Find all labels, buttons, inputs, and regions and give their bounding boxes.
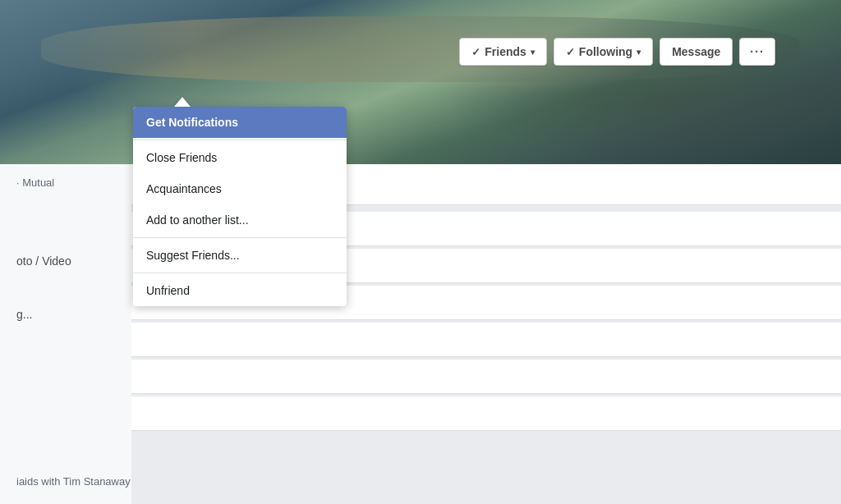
following-button[interactable]: ✓ Following ▾ [554,38,653,66]
friends-dropdown: Get NotificationsClose FriendsAcquaintan… [133,97,347,306]
following-check-icon: ✓ [566,46,575,58]
mutual-label: · Mutual [16,176,54,189]
friends-check-icon: ✓ [471,46,480,58]
more-button-label: ··· [750,45,765,58]
bottom-text: iaids with Tim Stanaway [16,475,131,488]
divider-divider-2 [133,237,347,238]
dropdown-arrow [174,97,191,107]
following-arrow-icon: ▾ [636,48,641,57]
photo-video-label: oto / Video [16,254,71,268]
profile-area: · Mutual oto / Video g... [0,164,841,504]
message-button[interactable]: Message [659,38,733,66]
action-bar: ✓ Friends ▾ ✓ Following ▾ Message ··· [459,38,775,66]
friends-button-label: Friends [485,45,526,58]
dropdown-item-acquaintances[interactable]: Acquaintances [133,173,347,204]
dropdown-menu: Get NotificationsClose FriendsAcquaintan… [133,107,347,306]
friends-arrow-icon: ▾ [531,48,535,57]
friends-button[interactable]: ✓ Friends ▾ [459,38,547,66]
divider-divider-3 [133,273,347,273]
cover-photo [0,0,841,164]
dropdown-item-close-friends[interactable]: Close Friends [133,142,347,173]
message-button-label: Message [672,45,720,58]
divider-divider-1 [133,140,347,140]
typing-label: g... [16,308,32,321]
dropdown-item-add-to-list[interactable]: Add to another list... [133,204,347,236]
dropdown-item-suggest-friends[interactable]: Suggest Friends... [133,240,347,271]
following-button-label: Following [579,45,632,58]
dropdown-item-unfriend[interactable]: Unfriend [133,275,347,306]
more-button[interactable]: ··· [739,38,775,66]
dropdown-item-get-notifications[interactable]: Get Notifications [133,107,347,138]
